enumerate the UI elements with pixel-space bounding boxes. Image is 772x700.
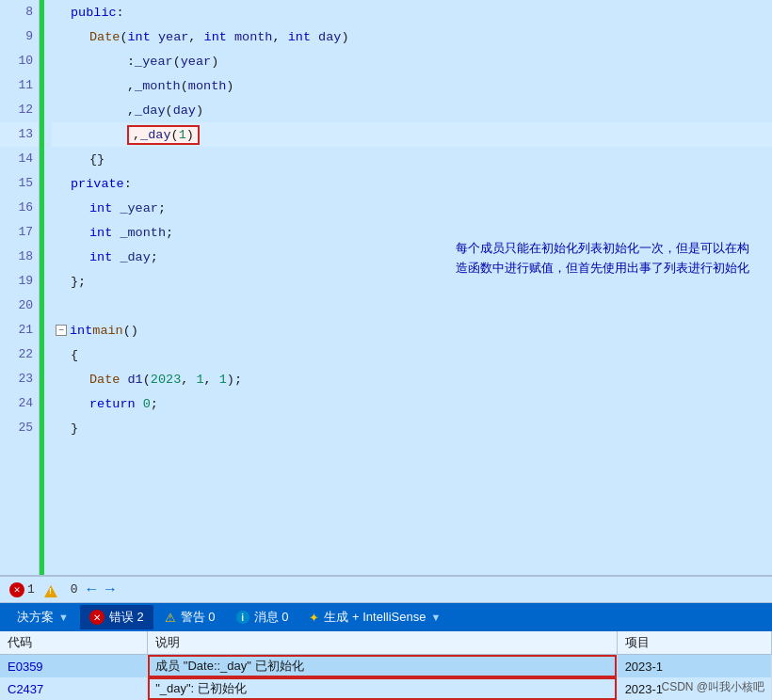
field-month: _month [120,226,166,240]
code-line-15: private: [52,171,772,196]
line-num-16: 16 [0,196,39,220]
kw-int-year: int [128,30,151,44]
error-count-badge: ✕ 1 [9,582,35,597]
warning-tab-badge: ⚠ [165,611,176,625]
kw-int-2: int [89,226,112,240]
keyword-public: public [71,6,117,20]
error-desc-c2437: "_day": 已初始化 [148,677,617,700]
line-num-24: 24 [0,391,39,416]
line-num-21: 21 [0,318,39,342]
editor-area: 8 9 10 11 12 13 14 15 16 17 18 19 20 21 … [0,0,772,575]
error-box: ,_day(1) [127,125,200,145]
kw-return: return [89,397,136,411]
table-header-row: 代码 说明 项目 [0,631,772,655]
nav-back-arrow[interactable]: ← [87,581,96,598]
line-num-10: 10 [0,49,39,73]
member-day-2: _day [140,128,170,142]
arg-day: day [173,103,196,118]
code-line-17: int _month; [52,220,772,245]
line-num-12: 12 [0,98,39,122]
line-num-22: 22 [0,342,39,367]
code-line-19: }; [52,269,772,294]
member-day-1: _day [135,103,165,118]
kw-int-day: int [288,30,311,44]
nav-forward-arrow[interactable]: → [105,581,115,598]
table-row-c2437[interactable]: C2437 "_day": 已初始化 2023-1 [0,677,772,700]
num-2023: 2023 [151,373,181,387]
code-line-25: } [52,416,772,440]
build-icon: ✦ [309,611,319,625]
error-count-bar: ✕ 1 ! 0 ← → [0,577,772,603]
line-num-19: 19 [0,269,39,294]
info-tab-badge: i [236,611,249,624]
table-row-e0359[interactable]: E0359 成员 "Date::_day" 已初始化 2023-1 [0,655,772,678]
line-num-11: 11 [0,73,39,98]
error-desc-e0359: 成员 "Date::_day" 已初始化 [148,655,617,678]
tab-errors[interactable]: ✕ 错误 2 [80,605,153,629]
line-num-13: 13 [0,122,39,147]
col-header-project: 项目 [617,631,771,655]
error-code-e0359: E0359 [0,655,148,678]
code-line-16: int _year; [52,196,772,220]
field-day: _day [120,250,150,264]
tab-bar: 决方案 ▼ ✕ 错误 2 ⚠ 警告 0 i 消息 0 ✦ 生成 + Intell… [0,603,772,631]
arg-month: month [188,79,227,93]
member-month: _month [135,79,181,93]
error-circle-icon: ✕ [9,582,24,597]
error-code-c2437: C2437 [0,677,148,700]
tab-solution[interactable]: 决方案 ▼ [8,605,78,629]
code-line-8: public: [52,0,772,24]
warning-count-badge: ! 0 [44,582,78,597]
code-line-22: { [52,342,772,367]
fn-main: main [92,324,122,338]
member-year: _year [135,55,173,69]
num-1a: 1 [196,373,203,387]
error-project-e0359: 2023-1 [617,655,771,678]
line-num-23: 23 [0,367,39,391]
kw-int-3: int [89,250,112,264]
code-line-20 [52,294,772,318]
kw-int-main: int [70,324,92,338]
code-line-9: Date(int year, int month, int day) [52,24,772,49]
var-d1: d1 [128,373,143,387]
code-line-11: ,_month(month) [52,73,772,98]
code-line-14: {} [52,147,772,171]
csdn-watermark: CSDN @叫我小核吧 [661,679,764,695]
fn-date: Date [89,30,120,44]
param-day: day [318,30,341,44]
param-year: year [158,30,188,44]
arg-year: year [181,55,211,69]
error-tab-badge: ✕ [89,610,105,625]
code-line-18: int _day; [52,245,772,269]
tab-warnings[interactable]: ⚠ 警告 0 [155,605,225,629]
line-num-25: 25 [0,416,39,440]
keyword-private: private [71,177,124,191]
line-numbers: 8 9 10 11 12 13 14 15 16 17 18 19 20 21 … [0,0,40,575]
code-lines: public: Date(int year, int month, int da… [44,0,772,575]
error-table-container: 代码 说明 项目 E0359 成员 "Date::_day" 已初始化 2023… [0,631,772,700]
type-date: Date [89,373,120,387]
line-num-15: 15 [0,171,39,196]
line-num-9: 9 [0,24,39,49]
line-num-20: 20 [0,294,39,318]
code-container: 8 9 10 11 12 13 14 15 16 17 18 19 20 21 … [0,0,772,575]
tab-messages[interactable]: i 消息 0 [227,605,298,629]
line-num-14: 14 [0,147,39,171]
col-header-desc: 说明 [148,631,617,655]
num-1b: 1 [219,373,227,387]
literal-1: 1 [179,128,186,142]
tab-build[interactable]: ✦ 生成 + IntelliSense ▼ [299,605,450,629]
code-line-23: Date d1(2023, 1, 1); [52,367,772,391]
code-line-12: ,_day(day) [52,98,772,122]
kw-int-1: int [89,201,112,215]
code-line-13: ,_day(1) [52,122,772,147]
line-num-8: 8 [0,0,39,24]
line-num-17: 17 [0,220,39,245]
code-line-10: :_year(year) [52,49,772,73]
error-table: 代码 说明 项目 E0359 成员 "Date::_day" 已初始化 2023… [0,631,772,700]
col-header-code: 代码 [0,631,148,655]
code-line-24: return 0; [52,391,772,416]
collapse-box[interactable]: − [56,325,67,336]
bottom-panel: ✕ 1 ! 0 ← → 决方案 ▼ ✕ 错误 2 ⚠ 警告 0 i 消息 0 [0,575,772,700]
kw-int-month: int [204,30,227,44]
